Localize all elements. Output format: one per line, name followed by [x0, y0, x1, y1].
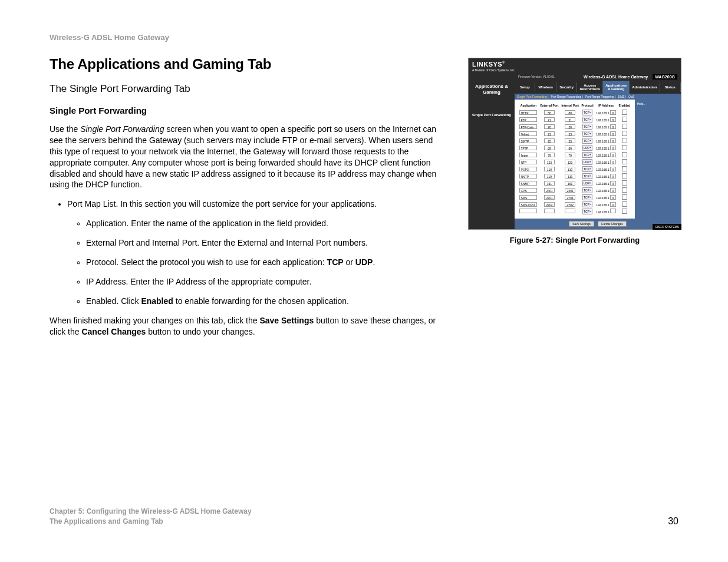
protocol-select[interactable]: TCP — [582, 110, 592, 115]
enabled-checkbox[interactable] — [622, 166, 627, 171]
enabled-checkbox[interactable] — [622, 145, 627, 150]
ext-port-input[interactable]: 69 — [544, 146, 555, 150]
protocol-select[interactable]: TCP — [582, 138, 592, 144]
enabled-checkbox[interactable] — [622, 201, 627, 207]
int-port-input[interactable]: 79 — [565, 153, 575, 157]
subnav-item[interactable]: DMZ | — [618, 95, 627, 98]
ext-port-input[interactable]: 20 — [544, 124, 555, 129]
ip-input[interactable]: 0 — [610, 167, 616, 171]
int-port-input[interactable]: 110 — [565, 167, 575, 171]
app-input[interactable]: SMS-rmctl — [519, 202, 537, 207]
int-port-input[interactable]: 21 — [565, 117, 575, 122]
ip-input[interactable]: 0 — [610, 131, 616, 136]
protocol-select[interactable]: TCP — [582, 131, 592, 137]
app-input[interactable]: HTTP — [519, 110, 537, 115]
protocol-select[interactable]: TCP — [582, 187, 592, 193]
int-port-input[interactable]: 2702 — [565, 202, 575, 207]
enabled-checkbox[interactable] — [622, 187, 627, 193]
help-link[interactable]: Help... — [637, 102, 645, 105]
ext-port-input[interactable]: 2701 — [544, 195, 555, 200]
protocol-select[interactable]: TCP — [582, 173, 592, 179]
enabled-checkbox[interactable] — [622, 209, 627, 214]
int-port-input[interactable]: 123 — [565, 160, 575, 164]
protocol-select[interactable]: TCP — [582, 124, 592, 130]
ip-input[interactable]: 0 — [610, 160, 616, 164]
enabled-checkbox[interactable] — [622, 110, 627, 115]
enabled-checkbox[interactable] — [622, 173, 627, 178]
app-input[interactable]: SMTP — [519, 138, 537, 143]
nav-tab[interactable]: Administration — [630, 82, 660, 92]
ip-input[interactable]: 0 — [610, 110, 616, 115]
protocol-select[interactable]: TCP — [582, 201, 592, 207]
protocol-select[interactable]: TCP — [582, 166, 592, 172]
app-input[interactable]: FTP-Data — [519, 124, 537, 129]
ext-port-input[interactable]: 2401 — [544, 188, 555, 193]
protocol-select[interactable]: UDP — [582, 180, 593, 186]
save-button[interactable]: Save Settings — [569, 221, 594, 227]
ip-input[interactable] — [610, 209, 616, 213]
ext-port-input[interactable]: 161 — [544, 181, 555, 186]
enabled-checkbox[interactable] — [622, 138, 627, 143]
app-input[interactable]: SNMP — [519, 181, 537, 186]
subnav-item[interactable]: Single Port Forwarding | — [517, 95, 549, 98]
enabled-checkbox[interactable] — [622, 152, 627, 157]
enabled-checkbox[interactable] — [622, 124, 627, 129]
app-input[interactable]: NTP — [519, 160, 537, 164]
enabled-checkbox[interactable] — [622, 131, 627, 136]
app-input[interactable]: TFTP — [519, 146, 537, 150]
ip-input[interactable]: 0 — [610, 153, 616, 157]
int-port-input[interactable]: 2701 — [565, 195, 575, 200]
nav-tab[interactable]: Setup — [515, 82, 535, 92]
app-input[interactable]: SMS — [519, 195, 537, 200]
nav-tab[interactable]: Status — [660, 82, 681, 92]
ip-input[interactable]: 0 — [610, 138, 616, 143]
ext-port-input[interactable]: 23 — [544, 131, 555, 136]
ip-input[interactable]: 0 — [610, 117, 616, 122]
int-port-input[interactable]: 161 — [565, 181, 575, 186]
app-input[interactable]: FTP — [519, 117, 537, 122]
ip-input[interactable]: 0 — [610, 174, 616, 178]
int-port-input[interactable]: 119 — [565, 174, 575, 178]
ip-input[interactable]: 0 — [610, 202, 616, 207]
nav-tab[interactable]: Wireless — [535, 82, 556, 92]
app-input[interactable]: NNTP — [519, 174, 537, 178]
int-port-input[interactable]: 80 — [565, 110, 575, 115]
ip-input[interactable]: 0 — [610, 195, 616, 200]
ext-port-input[interactable]: 123 — [544, 160, 555, 164]
ip-input[interactable]: 0 — [610, 181, 616, 186]
ext-port-input[interactable]: 79 — [544, 153, 555, 157]
cancel-button[interactable]: Cancel Changes — [598, 221, 627, 227]
enabled-checkbox[interactable] — [622, 194, 627, 200]
app-input[interactable]: finger — [519, 153, 537, 157]
ext-port-input[interactable]: 119 — [544, 174, 555, 178]
protocol-select[interactable]: UDP — [582, 159, 593, 165]
protocol-select[interactable]: TCP — [582, 117, 592, 123]
subnav-item[interactable]: Port Range Forwarding | — [551, 95, 583, 98]
ext-port-input[interactable]: 25 — [544, 138, 555, 143]
nav-tab[interactable]: Applications & Gaming — [603, 81, 630, 94]
ip-input[interactable]: 0 — [610, 188, 616, 193]
ext-port-input[interactable]: 110 — [544, 167, 555, 171]
int-port-input[interactable]: 20 — [565, 124, 575, 129]
subnav-item[interactable]: Port Range Triggering | — [585, 95, 616, 98]
ip-input[interactable]: 0 — [610, 146, 616, 150]
nav-tab[interactable]: Access Restrictions — [577, 81, 603, 94]
enabled-checkbox[interactable] — [622, 180, 627, 186]
app-input[interactable]: CVS — [519, 188, 537, 193]
enabled-checkbox[interactable] — [622, 117, 627, 122]
int-port-input[interactable]: 2401 — [565, 188, 575, 193]
int-port-input[interactable]: 25 — [565, 138, 575, 143]
app-input[interactable]: POP3 — [519, 167, 537, 171]
protocol-select[interactable]: TCP — [582, 209, 592, 214]
int-port-input[interactable]: 23 — [565, 131, 575, 136]
protocol-select[interactable]: UDP — [582, 145, 593, 151]
ext-port-input[interactable] — [544, 209, 555, 213]
app-input[interactable] — [519, 209, 537, 213]
subnav-item[interactable]: QoS — [628, 95, 634, 98]
ip-input[interactable]: 0 — [610, 124, 616, 129]
protocol-select[interactable]: TCP — [582, 152, 592, 158]
ext-port-input[interactable]: 21 — [544, 117, 555, 122]
ext-port-input[interactable]: 2702 — [544, 202, 555, 207]
ext-port-input[interactable]: 80 — [544, 110, 555, 115]
int-port-input[interactable] — [565, 209, 575, 213]
